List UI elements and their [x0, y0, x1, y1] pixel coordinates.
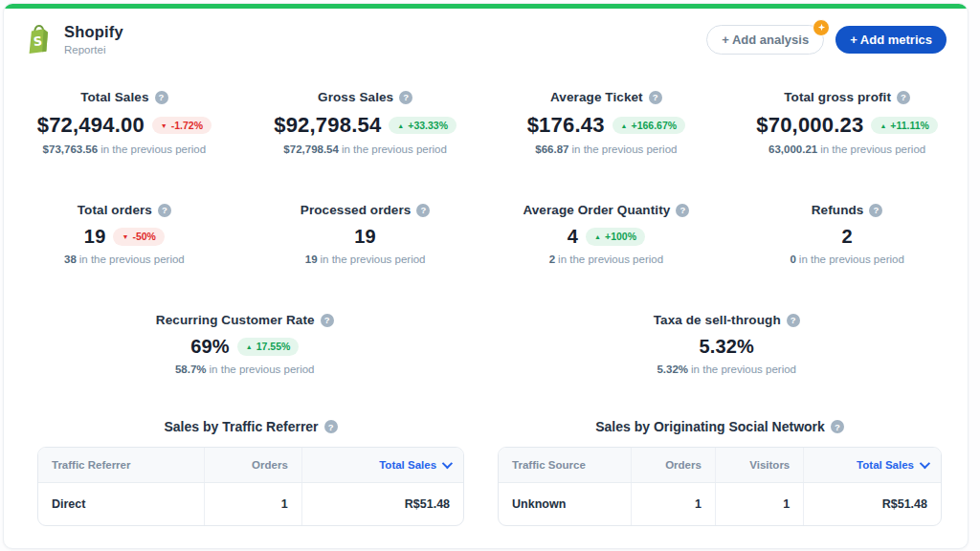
- trend-value: +33.33%: [408, 121, 448, 131]
- metrics-row-1: Total Sales $72,494.00 -1.72% $73,763.56…: [4, 90, 968, 155]
- previous-period: $73,763.56in the previous period: [4, 143, 245, 155]
- add-metrics-button[interactable]: + Add metrics: [835, 26, 947, 54]
- add-analysis-button[interactable]: + Add analysis: [706, 25, 824, 55]
- add-analysis-label: + Add analysis: [722, 33, 809, 46]
- previous-period: $66.87in the previous period: [486, 143, 727, 155]
- trend-value: +166.67%: [632, 121, 678, 131]
- previous-period: 63,000.21in the previous period: [726, 143, 968, 155]
- help-icon[interactable]: [324, 420, 338, 433]
- help-icon[interactable]: [399, 91, 412, 104]
- metric-recurring-customer-rate: Recurring Customer Rate 69% 17.55% 58.7%…: [4, 313, 486, 375]
- metric-average-order-quantity: Average Order Quantity 4 +100% 2in the p…: [486, 203, 727, 265]
- trend-value: -1.72%: [171, 121, 203, 131]
- metric-label: Processed orders: [301, 203, 412, 217]
- table: Traffic Referrer Orders Total Sales Dire…: [37, 447, 464, 526]
- chevron-down-icon: [442, 458, 453, 469]
- help-icon[interactable]: [649, 91, 662, 104]
- table-sales-by-social-network: Sales by Originating Social Network Traf…: [498, 419, 942, 526]
- trend-badge: +33.33%: [389, 117, 457, 135]
- previous-period: 58.7%in the previous period: [4, 364, 486, 375]
- trend-value: -50%: [132, 231, 156, 242]
- chevron-down-icon: [920, 458, 930, 469]
- previous-period: 2in the previous period: [486, 253, 727, 265]
- metrics-row-3: Recurring Customer Rate 69% 17.55% 58.7%…: [4, 313, 968, 375]
- report-card: S Shopify Reportei + Add analysis + Add …: [3, 3, 969, 549]
- metric-average-ticket: Average Ticket $176.43 +166.67% $66.87in…: [486, 90, 727, 155]
- help-icon[interactable]: [158, 204, 171, 217]
- trend-up-icon: [594, 233, 601, 240]
- trend-badge: -50%: [113, 228, 164, 246]
- cell-orders: 1: [204, 483, 301, 526]
- trend-up-icon: [621, 122, 628, 129]
- metric-label: Taxa de sell-through: [654, 313, 781, 327]
- page-title: Shopify: [64, 23, 123, 41]
- help-icon[interactable]: [787, 314, 800, 327]
- cell-orders: 1: [632, 483, 716, 526]
- metrics-row-2: Total orders 19 -50% 38in the previous p…: [4, 203, 968, 265]
- page-subtitle: Reportei: [64, 44, 123, 55]
- metric-label: Total Sales: [80, 90, 148, 104]
- cell-visitors: 1: [715, 483, 803, 526]
- column-header-sortable[interactable]: Total Sales: [804, 448, 941, 483]
- cell-total-sales: R$51.48: [301, 483, 463, 526]
- tables-row: Sales by Traffic Referrer Traffic Referr…: [4, 419, 968, 526]
- metric-total-sales: Total Sales $72,494.00 -1.72% $73,763.56…: [4, 90, 245, 155]
- metric-value: 19: [84, 226, 106, 248]
- trend-badge: +11.11%: [871, 117, 938, 135]
- metric-sell-through-rate: Taxa de sell-through 5.32% 5.32%in the p…: [486, 313, 969, 375]
- metric-processed-orders: Processed orders 19 19in the previous pe…: [245, 203, 486, 265]
- metric-value: $92,798.54: [274, 113, 381, 138]
- help-icon[interactable]: [676, 204, 689, 217]
- metric-total-orders: Total orders 19 -50% 38in the previous p…: [4, 203, 245, 265]
- metric-value: $72,494.00: [37, 113, 145, 138]
- column-header-sortable[interactable]: Total Sales: [301, 448, 463, 483]
- previous-period: 5.32%in the previous period: [486, 364, 969, 375]
- cell-traffic-referrer: Direct: [38, 483, 204, 526]
- svg-text:S: S: [33, 33, 43, 49]
- cell-total-sales: R$51.48: [804, 483, 941, 526]
- previous-period: $72,798.54in the previous period: [245, 143, 486, 155]
- metric-value: 19: [354, 226, 376, 248]
- help-icon[interactable]: [869, 204, 882, 217]
- metric-value: 5.32%: [699, 336, 754, 358]
- help-icon[interactable]: [831, 420, 844, 433]
- metric-label: Average Order Quantity: [523, 203, 670, 217]
- column-header: Traffic Referrer: [38, 448, 204, 483]
- metric-label: Recurring Customer Rate: [156, 313, 315, 327]
- trend-badge: 17.55%: [237, 338, 300, 356]
- trend-down-icon: [161, 122, 167, 129]
- trend-up-icon: [880, 122, 886, 129]
- previous-period: 0in the previous period: [726, 253, 968, 265]
- table-title: Sales by Traffic Referrer: [37, 419, 464, 434]
- table-header-row: Traffic Source Orders Visitors Total Sal…: [499, 448, 941, 483]
- metric-value: $70,000.23: [756, 113, 863, 138]
- header: S Shopify Reportei + Add analysis + Add …: [4, 9, 968, 55]
- help-icon[interactable]: [321, 314, 334, 327]
- metric-label: Refunds: [812, 203, 864, 217]
- add-metrics-label: + Add metrics: [850, 33, 932, 46]
- metric-value: $176.43: [527, 113, 605, 138]
- trend-value: +11.11%: [890, 121, 929, 131]
- shopify-bag-icon: S: [25, 24, 54, 55]
- previous-period: 38in the previous period: [4, 253, 245, 265]
- trend-badge: +100%: [586, 228, 645, 246]
- metric-label: Total gross profit: [784, 90, 891, 104]
- trend-up-icon: [246, 343, 253, 350]
- metric-gross-sales: Gross Sales $92,798.54 +33.33% $72,798.5…: [245, 90, 486, 155]
- brand: S Shopify Reportei: [25, 23, 123, 55]
- header-actions: + Add analysis + Add metrics: [706, 25, 947, 55]
- help-icon[interactable]: [897, 91, 910, 104]
- help-icon[interactable]: [155, 91, 168, 104]
- metric-value: 69%: [190, 336, 230, 358]
- trend-down-icon: [122, 233, 128, 240]
- column-header: Traffic Source: [499, 448, 632, 483]
- table: Traffic Source Orders Visitors Total Sal…: [498, 447, 942, 526]
- previous-period: 19in the previous period: [245, 253, 486, 265]
- trend-value: +100%: [605, 231, 636, 242]
- trend-value: 17.55%: [256, 342, 291, 352]
- table-sales-by-traffic-referrer: Sales by Traffic Referrer Traffic Referr…: [37, 419, 464, 526]
- metric-label: Total orders: [78, 203, 152, 217]
- table-row: Unknown 1 1 R$51.48: [499, 483, 941, 526]
- metric-refunds: Refunds 2 0in the previous period: [726, 203, 968, 265]
- help-icon[interactable]: [416, 204, 430, 217]
